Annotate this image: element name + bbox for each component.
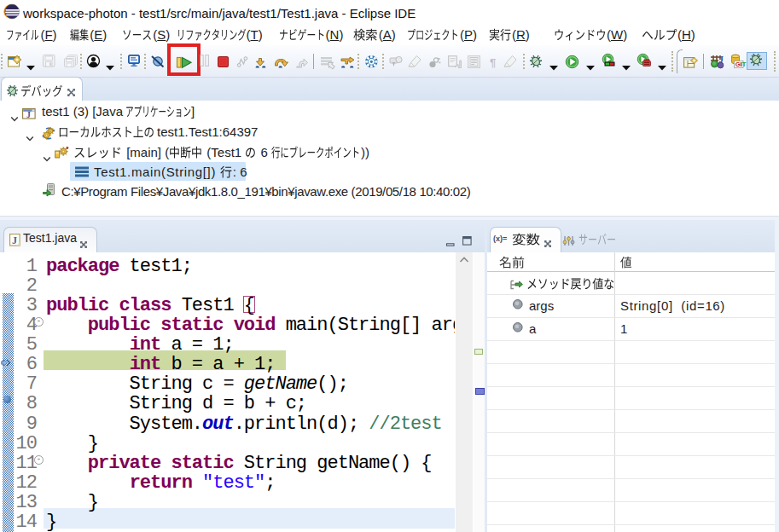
svg-text:GIT: GIT — [735, 61, 747, 68]
svg-text:J: J — [26, 111, 31, 119]
svg-text:J: J — [12, 234, 17, 246]
